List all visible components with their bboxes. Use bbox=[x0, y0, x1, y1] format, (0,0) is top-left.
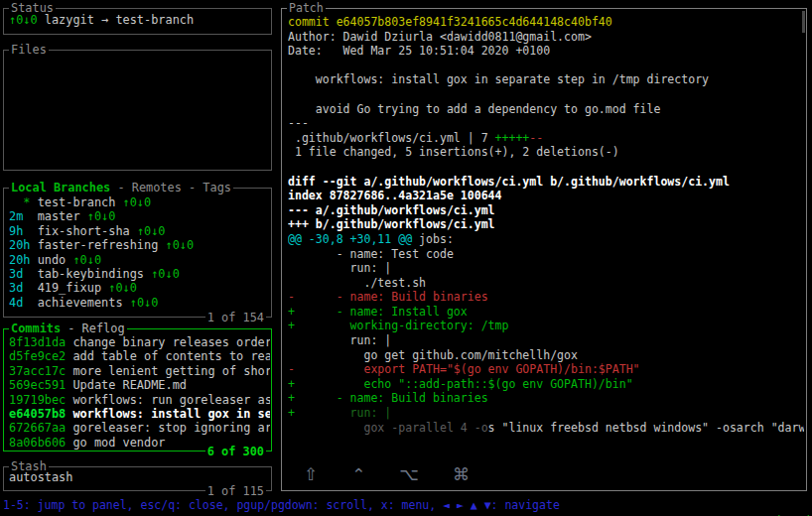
commit-hash: d5fe9ce2 bbox=[9, 349, 66, 363]
tab-remotes[interactable]: Remotes bbox=[132, 181, 182, 194]
commit-hash: e64057b8 bbox=[9, 407, 66, 421]
text-segment: + - name: Install gox bbox=[288, 305, 468, 319]
stash-panel[interactable]: Stash autostash 1 of 115 bbox=[3, 466, 272, 491]
patch-line: - name: Test code bbox=[288, 247, 804, 262]
text-segment: avoid Go trying to add a dependency to g… bbox=[288, 102, 660, 116]
branch-row[interactable]: 4d achievements ↑0↓0 bbox=[9, 296, 270, 310]
branch-row[interactable]: 3d tab-keybindings ↑0↓0 bbox=[9, 267, 270, 281]
text-segment: s "linux freebsd netbsd windows" -osarch… bbox=[488, 421, 804, 435]
commit-message: workflows: install gox in se bbox=[66, 407, 270, 421]
patch-line bbox=[288, 59, 804, 73]
commit-row[interactable]: 37acc17c more lenient getting of shor bbox=[9, 364, 270, 378]
commit-message: Update README.md bbox=[66, 378, 187, 392]
patch-line bbox=[288, 160, 804, 175]
bottom-bar: 1-5: jump to panel, esc/q: close, pgup/p… bbox=[0, 497, 812, 515]
text-segment: 9h bbox=[9, 224, 38, 238]
patch-panel[interactable]: Patch commit e64057b803ef8941f3241665c4d… bbox=[281, 8, 807, 491]
branch-row[interactable]: 20h faster-refreshing ↑0↓0 bbox=[9, 238, 270, 252]
text-segment: go get github.com/mitchellh/gox bbox=[288, 348, 578, 362]
text-segment: commit e64057b803ef8941f3241665c4d644148… bbox=[288, 15, 612, 29]
tab-reflog[interactable]: Reflog bbox=[82, 322, 125, 335]
text-segment: --- a/.github/workflows/ci.yml bbox=[288, 203, 495, 217]
stash-item[interactable]: autostash bbox=[9, 470, 270, 484]
text-segment: +++ b/.github/workflows/ci.yml bbox=[288, 217, 495, 231]
commit-row[interactable]: 19719bec workflows: run goreleaser as bbox=[9, 393, 270, 407]
commits-panel[interactable]: Commits - Reflog 8f13d1da change binary … bbox=[3, 328, 272, 452]
text-segment: run: | bbox=[288, 261, 391, 275]
patch-line: - - name: Build binaries bbox=[288, 290, 804, 305]
tab-tags[interactable]: Tags bbox=[203, 181, 231, 194]
patch-line: commit e64057b803ef8941f3241665c4d644148… bbox=[288, 15, 804, 30]
text-segment: - export PATH="$(go env GOPATH)/bin:$PAT… bbox=[288, 362, 640, 376]
files-panel-title: Files bbox=[9, 43, 49, 57]
text-segment: run: | bbox=[295, 406, 391, 420]
command-icon: ⌘ bbox=[453, 464, 470, 484]
files-panel[interactable]: Files bbox=[3, 50, 272, 171]
text-segment: ↑0↓0 bbox=[137, 224, 166, 238]
branch-row[interactable]: * test-branch ↑0↓0 bbox=[9, 195, 270, 209]
branch-row[interactable]: 9h fix-short-sha ↑0↓0 bbox=[9, 224, 270, 238]
text-segment: ↑0↓0 bbox=[9, 13, 38, 27]
text-segment: 3d bbox=[9, 281, 38, 295]
text-segment: -- bbox=[529, 131, 543, 145]
text-segment: +++++ bbox=[495, 131, 530, 145]
patch-line: + working-directory: /tmp bbox=[288, 319, 804, 333]
patch-line: avoid Go trying to add a dependency to g… bbox=[288, 102, 804, 117]
patch-line: ./test.sh bbox=[288, 276, 804, 291]
commits-panel-tabs: Commits - Reflog bbox=[9, 322, 127, 335]
patch-line: run: | bbox=[288, 333, 804, 348]
text-segment: @@ -30,8 +30,11 @@ bbox=[288, 232, 412, 246]
commit-message: go mod vendor bbox=[66, 436, 165, 450]
patch-line: - export PATH="$(go env GOPATH)/bin:$PAT… bbox=[288, 362, 804, 377]
commit-row[interactable]: 569ec591 Update README.md bbox=[9, 378, 270, 392]
branch-row[interactable]: 3d 419_fixup ↑0↓0 bbox=[9, 281, 270, 295]
keycast-overlay: ⇧⌃⌥⌘ bbox=[304, 464, 470, 484]
patch-line: gox -parallel 4 -os "linux freebsd netbs… bbox=[288, 421, 804, 436]
text-segment: ↑0↓0 bbox=[123, 195, 152, 209]
branch-row[interactable]: 2m master ↑0↓0 bbox=[9, 209, 270, 223]
text-segment: * bbox=[9, 195, 38, 209]
commit-hash: 672667aa bbox=[9, 421, 66, 435]
patch-line: workflows: install gox in separate step … bbox=[288, 72, 804, 87]
patch-line: + - name: Install gox bbox=[288, 305, 804, 320]
patch-line: diff --git a/.github/workflows/ci.yml b/… bbox=[288, 175, 804, 190]
commit-message: goreleaser: stop ignoring ar bbox=[66, 421, 270, 435]
option-icon: ⌥ bbox=[400, 464, 420, 484]
branches-count: 1 of 154 bbox=[205, 311, 266, 324]
text-segment: tab-keybindings bbox=[38, 267, 152, 281]
text-segment: 4d bbox=[9, 296, 38, 310]
commit-message: change binary releases order bbox=[66, 335, 270, 349]
text-segment: lazygit → test-branch bbox=[38, 13, 195, 27]
text-segment: + echo "::add-path::$(go env GOPATH)/bin… bbox=[288, 377, 633, 391]
keybindings-hint: 1-5: jump to panel, esc/q: close, pgup/p… bbox=[3, 497, 560, 513]
commit-message: more lenient getting of shor bbox=[66, 364, 270, 378]
branches-panel[interactable]: Local Branches - Remotes - Tags * test-b… bbox=[3, 188, 272, 318]
commit-row[interactable]: d5fe9ce2 add table of contents to rea bbox=[9, 349, 270, 363]
text-segment: test-branch bbox=[38, 195, 123, 209]
text-segment: + working-directory: /tmp bbox=[288, 319, 508, 332]
commit-row[interactable]: 672667aa goreleaser: stop ignoring ar bbox=[9, 421, 270, 435]
commit-message: add table of contents to rea bbox=[66, 349, 270, 363]
text-segment: 3d bbox=[9, 267, 38, 281]
text-segment: run: | bbox=[288, 333, 391, 347]
commit-hash: 19719bec bbox=[9, 393, 66, 407]
commit-row[interactable]: 8f13d1da change binary releases order bbox=[9, 335, 270, 349]
status-line: ↑0↓0 lazygit → test-branch bbox=[9, 13, 270, 27]
text-segment: --- bbox=[288, 116, 309, 130]
commit-hash: 37acc17c bbox=[9, 364, 66, 378]
commit-hash: 569ec591 bbox=[9, 378, 66, 392]
lazygit-screen: Status ↑0↓0 lazygit → test-branch Files … bbox=[0, 0, 812, 516]
text-segment: + bbox=[288, 406, 295, 420]
text-segment: - bbox=[182, 181, 203, 194]
text-segment: ↑0↓0 bbox=[108, 281, 137, 295]
shift-icon: ⇧ bbox=[304, 464, 318, 484]
text-segment: gox -parallel 4 -o bbox=[288, 421, 488, 435]
branch-row[interactable]: 20h undo ↑0↓0 bbox=[9, 253, 270, 267]
tab-local-branches[interactable]: Local Branches bbox=[11, 181, 110, 194]
tab-commits[interactable]: Commits bbox=[11, 322, 61, 335]
patch-panel-title: Patch bbox=[287, 1, 326, 15]
commit-row[interactable]: e64057b8 workflows: install gox in se bbox=[9, 407, 270, 421]
text-segment: ↑0↓0 bbox=[130, 296, 159, 310]
status-panel[interactable]: Status ↑0↓0 lazygit → test-branch bbox=[3, 8, 272, 35]
text-segment: Author: Dawid Dziurla <dawidd0811@gmail.… bbox=[288, 30, 592, 44]
